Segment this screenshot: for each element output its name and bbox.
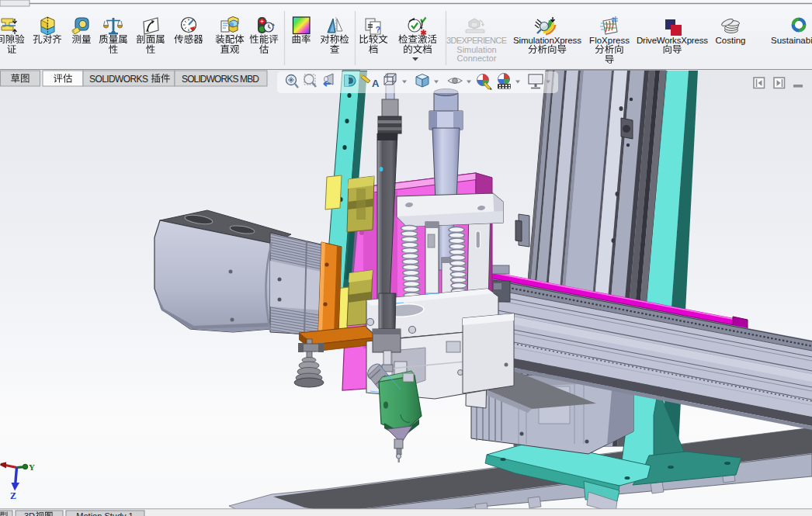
svg-text:SimulationXpress: SimulationXpress bbox=[513, 36, 581, 45]
svg-text:3DEXPERIENCE: 3DEXPERIENCE bbox=[446, 36, 507, 45]
svg-text:DriveWorksXpress: DriveWorksXpress bbox=[637, 36, 708, 45]
svg-text:Z: Z bbox=[10, 490, 16, 501]
svg-text:SOLIDWORKS: SOLIDWORKS bbox=[89, 74, 148, 85]
svg-text:Costing: Costing bbox=[716, 36, 746, 45]
svg-text:Y: Y bbox=[29, 462, 35, 472]
svg-text:FloXpress: FloXpress bbox=[589, 36, 630, 45]
svg-text:Simulation: Simulation bbox=[456, 45, 496, 54]
svg-text:Motion Study 1: Motion Study 1 bbox=[76, 511, 133, 516]
svg-text:3D: 3D bbox=[24, 511, 35, 516]
svg-text:?: ? bbox=[376, 25, 381, 34]
svg-text:A: A bbox=[372, 78, 380, 89]
svg-text:Connector: Connector bbox=[457, 54, 497, 63]
svg-text:SOLIDWORKS MBD: SOLIDWORKS MBD bbox=[182, 74, 259, 85]
svg-text:Sustainability: Sustainability bbox=[771, 36, 812, 45]
